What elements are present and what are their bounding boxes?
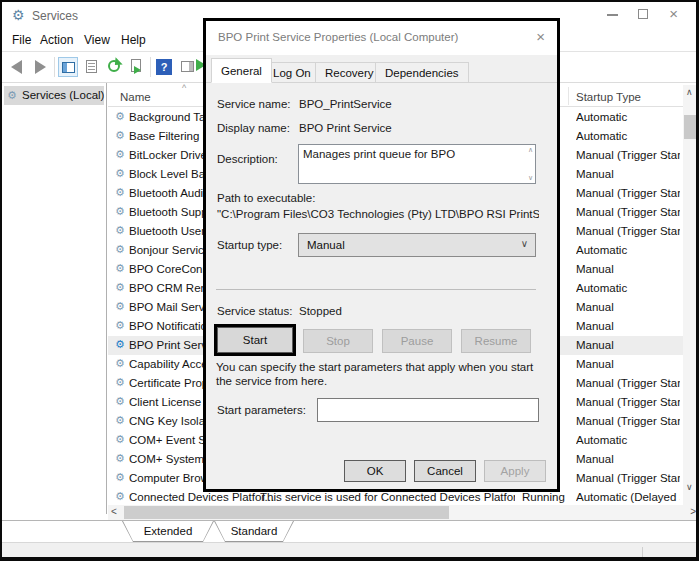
toolbar-separator [54, 57, 55, 77]
close-button[interactable]: × [669, 5, 678, 22]
minimize-button[interactable] [607, 14, 618, 16]
service-startup-type: Manual (Trigger Start) [576, 377, 680, 389]
sort-ascending-icon: ^ [182, 83, 186, 93]
menu-view[interactable]: View [84, 33, 110, 47]
tab-dependencies[interactable]: Dependencies [375, 62, 469, 83]
description-field[interactable]: Manages print queue for BPO ∧ ∨ [298, 144, 536, 184]
dialog-tab-strip: General Log On Recovery Dependencies [206, 55, 557, 83]
apply-button[interactable]: Apply [484, 460, 546, 482]
pause-button[interactable]: Pause [382, 329, 452, 353]
forward-icon[interactable] [30, 57, 50, 77]
tab-recovery[interactable]: Recovery [315, 62, 384, 83]
service-gear-icon: ⚙ [115, 205, 125, 218]
service-gear-icon: ⚙ [115, 376, 125, 389]
column-header-startup-type[interactable]: Startup Type [576, 91, 641, 103]
service-startup-type: Manual (Trigger Start) [576, 472, 680, 484]
show-console-tree-icon[interactable] [58, 57, 78, 77]
service-properties-dialog: BPO Print Service Properties (Local Comp… [203, 18, 560, 492]
dialog-title-bar: BPO Print Service Properties (Local Comp… [206, 21, 557, 55]
service-startup-type: Manual [576, 453, 680, 465]
service-startup-type: Manual (Trigger Start) [576, 206, 680, 218]
dialog-close-icon[interactable]: × [536, 28, 545, 45]
service-startup-type: Manual [576, 301, 680, 313]
service-startup-type: Automatic [576, 282, 680, 294]
status-bar [2, 542, 696, 557]
service-gear-icon: ⚙ [115, 186, 125, 199]
menu-action[interactable]: Action [40, 33, 73, 47]
service-status: Running [522, 491, 565, 503]
service-gear-icon: ⚙ [115, 129, 125, 142]
service-name-value: BPO_PrintService [299, 98, 392, 110]
scroll-up-icon[interactable]: ∧ [528, 146, 533, 154]
menu-file[interactable]: File [12, 33, 31, 47]
start-parameters-input[interactable] [317, 398, 539, 422]
service-startup-type: Manual (Trigger Start) [576, 415, 680, 427]
start-button[interactable]: Start [217, 327, 293, 353]
service-startup-type: Automatic [576, 244, 680, 256]
service-gear-icon: ⚙ [115, 490, 125, 503]
scroll-down-icon[interactable]: ∨ [686, 482, 693, 492]
scroll-up-icon[interactable]: ∧ [686, 87, 693, 97]
start-button-annotation: Start [214, 324, 296, 356]
startup-type-selected: Manual [307, 239, 345, 251]
path-to-executable-label: Path to executable: [217, 192, 315, 204]
scroll-left-icon[interactable]: < [111, 506, 117, 517]
service-name-label: Service name: [217, 98, 291, 110]
service-gear-icon: ⚙ [115, 110, 125, 123]
tree-item-services-local[interactable]: ⚙ Services (Local) [4, 86, 104, 105]
cancel-button[interactable]: Cancel [414, 460, 476, 482]
service-startup-type: Manual [576, 320, 680, 332]
tab-standard-label: Standard [215, 521, 293, 541]
scroll-down-icon[interactable]: ∨ [528, 174, 533, 182]
horizontal-scrollbar-thumb[interactable] [124, 506, 449, 519]
refresh-icon[interactable] [105, 57, 125, 77]
service-startup-type: Manual [576, 358, 680, 370]
service-startup-type: Automatic [576, 111, 680, 123]
service-status-label: Service status: [217, 305, 292, 317]
service-startup-type: Automatic [576, 434, 680, 446]
service-startup-type: Manual (Trigger Start) [576, 225, 680, 237]
dialog-title: BPO Print Service Properties (Local Comp… [218, 31, 458, 43]
scroll-right-icon[interactable]: > [690, 506, 696, 517]
horizontal-scrollbar[interactable]: < > [108, 505, 699, 520]
vertical-scrollbar-thumb[interactable] [684, 115, 698, 139]
stop-button[interactable]: Stop [303, 329, 373, 353]
service-startup-type: Automatic [576, 130, 680, 142]
service-gear-icon: ⚙ [115, 319, 125, 332]
tab-extended-label: Extended [123, 521, 213, 541]
toolbar-separator [150, 57, 151, 77]
vertical-scrollbar[interactable]: ∧ ∨ [683, 85, 699, 506]
maximize-button[interactable] [638, 9, 648, 19]
menu-help[interactable]: Help [121, 33, 146, 47]
service-startup-type: Manual [576, 263, 680, 275]
description-label: Description: [217, 153, 278, 165]
service-startup-type: Manual (Trigger Start) [576, 149, 680, 161]
resume-button[interactable]: Resume [461, 329, 531, 353]
tab-extended[interactable]: Extended [122, 521, 214, 542]
service-gear-icon: ⚙ [115, 148, 125, 161]
start-parameters-help-text: You can specify the start parameters tha… [216, 360, 546, 388]
ok-button[interactable]: OK [344, 460, 406, 482]
path-to-executable-value: "C:\Program Files\CO3 Technologies (Pty)… [217, 208, 539, 220]
service-gear-icon: ⚙ [115, 224, 125, 237]
service-startup-type: Manual [576, 339, 680, 351]
service-gear-icon: ⚙ [115, 167, 125, 180]
column-header-name[interactable]: Name [120, 91, 151, 103]
tab-general[interactable]: General [211, 58, 272, 83]
services-app-icon: ⚙ [12, 7, 25, 23]
help-icon[interactable]: ? [154, 57, 174, 77]
show-action-pane-icon[interactable] [178, 57, 198, 77]
status-bar-divider [642, 547, 643, 557]
back-icon[interactable] [8, 57, 28, 77]
services-window: ⚙ Services × File Action View Help ? ⚙ S… [0, 0, 699, 561]
service-startup-type: Manual [576, 168, 680, 180]
tab-standard[interactable]: Standard [214, 521, 294, 542]
export-list-icon[interactable] [128, 57, 148, 77]
tree-item-label: Services (Local) [22, 89, 104, 101]
service-gear-icon: ⚙ [115, 471, 125, 484]
properties-icon[interactable] [82, 57, 102, 77]
startup-type-dropdown[interactable]: Manual ∨ [298, 233, 536, 257]
tab-divider-line [2, 520, 696, 521]
display-name-label: Display name: [217, 122, 290, 134]
section-divider [216, 289, 536, 290]
